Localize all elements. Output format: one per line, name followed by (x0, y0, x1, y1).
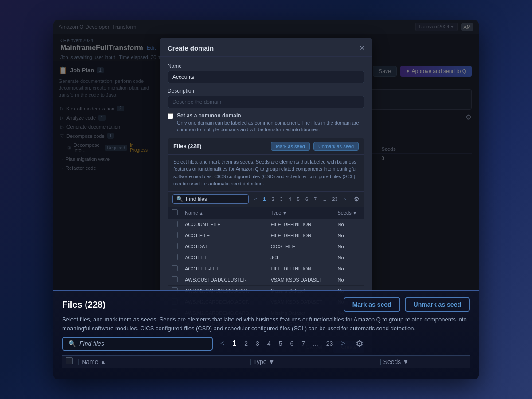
zoom-prev-page[interactable]: < (217, 338, 227, 349)
files-header: Files (228) Mark as seed Unmark as seed (168, 138, 364, 155)
zoom-sort-name-asc: ▲ (100, 358, 106, 365)
modal-title: Create domain (168, 44, 214, 52)
zoom-name-col[interactable]: Name ▲ (82, 358, 248, 365)
zoom-seeds-col[interactable]: Seeds ▼ (383, 358, 466, 365)
row-checkbox[interactable] (172, 254, 178, 260)
search-box[interactable]: 🔍 Find files (172, 194, 249, 204)
mark-seed-button[interactable]: Mark as seed (271, 142, 310, 151)
row-name: ACCOUNT-FILE (181, 219, 267, 230)
zoom-panel: Files (228) Mark as seed Unmark as seed … (53, 290, 479, 379)
zoom-page-5[interactable]: 5 (276, 339, 286, 348)
search-pagination-row: 🔍 Find files < 1 2 3 4 5 (168, 192, 364, 207)
zoom-page-1[interactable]: 1 (229, 338, 239, 349)
col-seeds-header[interactable]: Seeds (334, 207, 364, 219)
page-4-button[interactable]: 4 (286, 196, 293, 203)
zoom-unmark-seed-button[interactable]: Unmark as seed (405, 297, 470, 312)
unmark-seed-button[interactable]: Unmark as seed (313, 142, 359, 151)
col-type-header[interactable]: Type (267, 207, 334, 219)
zoom-files-title: Files (228) (62, 300, 106, 310)
row-name: AWS.CUSTDATA.CLUSTER (181, 274, 267, 285)
row-seeds: No (334, 274, 364, 285)
page-6-button[interactable]: 6 (303, 196, 310, 203)
table-row: ACCTFILE-FILE FILE_DEFINITION No (168, 263, 364, 274)
select-all-checkbox[interactable] (172, 209, 178, 215)
row-checkbox-cell[interactable] (168, 241, 181, 252)
close-button[interactable]: × (360, 44, 364, 52)
row-name: ACCT-FILE (181, 230, 267, 241)
zoom-search-row: 🔍 Find files < 1 2 3 4 5 6 7 ... 23 > ⚙ (62, 337, 470, 351)
next-page-button[interactable]: > (341, 196, 348, 203)
zoom-page-7[interactable]: 7 (298, 339, 308, 348)
row-checkbox[interactable] (172, 243, 178, 249)
zoom-page-6[interactable]: 6 (287, 339, 297, 348)
zoom-type-col[interactable]: Type ▼ (253, 358, 378, 365)
zoom-page-4[interactable]: 4 (264, 339, 274, 348)
zoom-search-text: Find files (79, 340, 106, 348)
zoom-page-23[interactable]: 23 (323, 339, 336, 348)
page-3-button[interactable]: 3 (278, 196, 285, 203)
table-settings-icon[interactable]: ⚙ (354, 196, 360, 203)
row-type: FILE_DEFINITION (267, 263, 334, 274)
row-checkbox[interactable] (172, 276, 178, 282)
row-seeds: No (334, 230, 364, 241)
files-title: Files (228) (173, 143, 202, 149)
common-domain-checkbox[interactable] (168, 113, 173, 119)
row-seeds: No (334, 219, 364, 230)
zoom-files-actions: Mark as seed Unmark as seed (344, 297, 470, 312)
checkbox-desc: Only one domain can be labeled as common… (177, 120, 364, 133)
row-checkbox-cell[interactable] (168, 252, 181, 263)
row-name: ACCTFILE (181, 252, 267, 263)
row-seeds: No (334, 241, 364, 252)
zoom-mark-seed-button[interactable]: Mark as seed (344, 297, 400, 312)
pagination-controls: < 1 2 3 4 5 6 7 ... 23 > (252, 196, 348, 203)
app-window: Amazon Q Developer: Transform Reinvent20… (53, 20, 479, 379)
table-row: ACCTDAT CICS_FILE No (168, 241, 364, 252)
zoom-select-all-checkbox[interactable] (66, 357, 73, 364)
sort-type-icon (282, 210, 286, 215)
description-input[interactable] (168, 96, 364, 108)
prev-page-button[interactable]: < (252, 196, 259, 203)
name-input[interactable] (168, 71, 364, 83)
row-checkbox[interactable] (172, 232, 178, 238)
zoom-pagination: < 1 2 3 4 5 6 7 ... 23 > (217, 338, 348, 349)
row-checkbox-cell[interactable] (168, 230, 181, 241)
table-row: AWS.CUSTDATA.CLUSTER VSAM KSDS DATASET N… (168, 274, 364, 285)
zoom-search-box[interactable]: 🔍 Find files (62, 337, 213, 351)
row-name: ACCTDAT (181, 241, 267, 252)
search-icon: 🔍 (176, 196, 183, 202)
row-type: JCL (267, 252, 334, 263)
page-ellipsis: ... (320, 196, 329, 203)
row-checkbox[interactable] (172, 221, 178, 227)
zoom-cursor (106, 341, 106, 348)
zoom-sort-type-desc: ▼ (269, 358, 275, 365)
table-row: ACCOUNT-FILE FILE_DEFINITION No (168, 219, 364, 230)
text-cursor (209, 197, 209, 202)
search-input-text: Find files (186, 196, 245, 202)
zoom-page-3[interactable]: 3 (253, 339, 262, 348)
zoom-table-header: | Name ▲ | Type ▼ | Seeds ▼ (62, 355, 470, 368)
page-7-button[interactable]: 7 (312, 196, 319, 203)
page-1-button[interactable]: 1 (261, 196, 268, 203)
zoom-sort-seeds-desc: ▼ (403, 358, 409, 365)
row-type: FILE_DEFINITION (267, 230, 334, 241)
common-domain-checkbox-row: Set as a common domain Only one domain c… (168, 113, 364, 133)
row-checkbox-cell[interactable] (168, 219, 181, 230)
zoom-next-page[interactable]: > (338, 338, 348, 349)
table-row: ACCTFILE JCL No (168, 252, 364, 263)
files-description: Select files, and mark them as seeds. Se… (168, 155, 364, 192)
files-actions: Mark as seed Unmark as seed (271, 142, 359, 151)
zoom-settings-icon[interactable]: ⚙ (356, 338, 364, 349)
name-label: Name (168, 63, 364, 69)
page-5-button[interactable]: 5 (295, 196, 302, 203)
zoom-files-header: Files (228) Mark as seed Unmark as seed (62, 297, 470, 312)
page-2-button[interactable]: 2 (269, 196, 276, 203)
row-checkbox[interactable] (172, 265, 178, 271)
zoom-page-2[interactable]: 2 (241, 339, 251, 348)
page-23-button[interactable]: 23 (330, 196, 340, 203)
col-name-header[interactable]: Name (181, 207, 267, 219)
row-checkbox-cell[interactable] (168, 263, 181, 274)
row-type: CICS_FILE (267, 241, 334, 252)
row-checkbox-cell[interactable] (168, 274, 181, 285)
select-all-checkbox-header[interactable] (168, 207, 181, 219)
row-type: VSAM KSDS DATASET (267, 274, 334, 285)
